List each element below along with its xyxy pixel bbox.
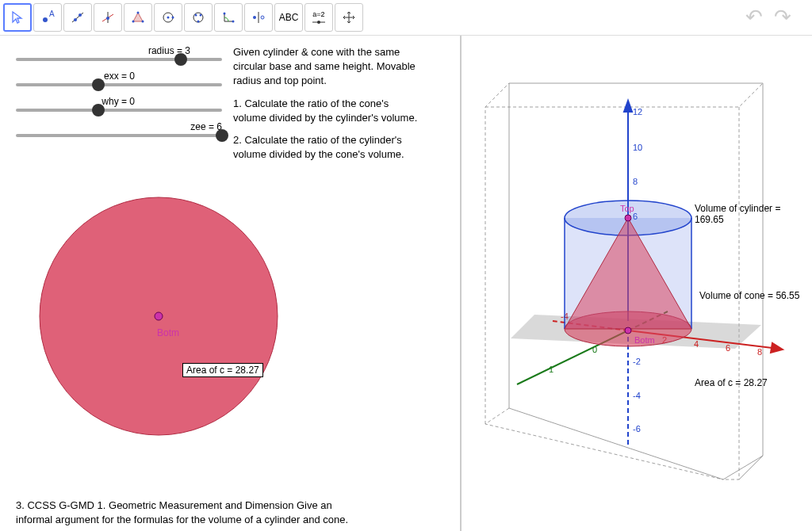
tool-ellipse[interactable] xyxy=(184,3,213,32)
svg-text:-6: -6 xyxy=(633,424,641,434)
circle-2d-view[interactable]: Botm Area of c = 28.27 xyxy=(16,193,444,449)
tool-line[interactable] xyxy=(63,3,92,32)
svg-text:A: A xyxy=(49,10,55,18)
svg-point-16 xyxy=(195,14,197,17)
instructions: Given cylinder & cone with the same circ… xyxy=(233,45,423,170)
svg-text:10: 10 xyxy=(633,143,642,152)
slider-why[interactable]: why = 0 xyxy=(16,96,222,112)
svg-point-3 xyxy=(74,18,77,21)
svg-point-14 xyxy=(172,17,174,19)
tool-move[interactable] xyxy=(335,3,363,32)
svg-text:-2: -2 xyxy=(633,357,641,366)
undo-redo-group: ↶ ↷ xyxy=(745,5,809,30)
svg-point-60 xyxy=(625,327,631,334)
svg-point-9 xyxy=(137,12,140,14)
sliders-group: radius = 3 exx = 0 why = 0 zee = 6 xyxy=(16,45,222,170)
toolbar: A ABC a=2 ↶ ↷ xyxy=(0,0,812,36)
tool-text[interactable]: ABC xyxy=(274,3,303,32)
svg-point-13 xyxy=(167,17,170,19)
svg-point-17 xyxy=(200,14,202,17)
svg-point-0 xyxy=(43,17,48,22)
bottom-note: 3. CCSS G-GMD 1. Geometric Measurement a… xyxy=(16,499,357,527)
svg-text:8: 8 xyxy=(633,177,638,186)
svg-line-2 xyxy=(72,13,83,22)
slider-why-label: why = 0 xyxy=(16,96,222,107)
tool-perpendicular[interactable] xyxy=(94,3,122,32)
left-panel: radius = 3 exx = 0 why = 0 zee = 6 Given xyxy=(0,36,462,531)
svg-point-4 xyxy=(79,13,82,17)
slider-zee[interactable]: zee = 6 xyxy=(16,121,222,137)
svg-point-58 xyxy=(625,215,631,221)
undo-button[interactable]: ↶ xyxy=(745,5,771,30)
svg-point-18 xyxy=(197,21,200,23)
question-2: 2. Calculate the ratio of the cylinder's… xyxy=(233,133,423,162)
svg-text:6: 6 xyxy=(726,343,730,353)
vol-cone-label[interactable]: Volume of cone = 56.55 xyxy=(696,289,802,302)
area-label-2d[interactable]: Area of c = 28.27 xyxy=(182,363,263,377)
slider-exx[interactable]: exx = 0 xyxy=(16,71,222,86)
botm-point-label: Botm xyxy=(157,327,179,338)
svg-marker-8 xyxy=(133,13,143,21)
intro-text: Given cylinder & cone with the same circ… xyxy=(233,45,423,89)
tool-reflect[interactable] xyxy=(244,3,273,32)
svg-text:-4: -4 xyxy=(633,391,641,400)
svg-text:Botm: Botm xyxy=(634,335,655,345)
question-1: 1. Calculate the ratio of the cone's vol… xyxy=(233,97,423,125)
svg-point-19 xyxy=(224,13,226,15)
svg-point-23 xyxy=(261,16,264,19)
svg-text:0: 0 xyxy=(592,345,597,354)
svg-point-27 xyxy=(155,312,163,320)
svg-marker-32 xyxy=(624,101,632,112)
svg-text:8: 8 xyxy=(757,347,762,357)
slider-zee-label: zee = 6 xyxy=(16,121,222,132)
svg-point-10 xyxy=(142,21,144,23)
svg-text:4: 4 xyxy=(694,339,699,349)
area-c-3d-label[interactable]: Area of c = 28.27 xyxy=(691,376,771,389)
redo-button[interactable]: ↷ xyxy=(774,5,799,30)
svg-point-20 xyxy=(232,21,235,23)
svg-marker-35 xyxy=(771,343,783,353)
tool-pointer[interactable] xyxy=(3,3,32,32)
svg-point-25 xyxy=(317,21,320,24)
svg-text:12: 12 xyxy=(633,107,642,117)
svg-text:1: 1 xyxy=(549,365,553,374)
tool-point[interactable]: A xyxy=(33,3,62,32)
3d-view[interactable]: 12 10 8 6 -2 -4 -6 -4 2 4 6 8 0 1 xyxy=(462,36,812,531)
svg-point-11 xyxy=(132,21,135,23)
slider-radius[interactable]: radius = 3 xyxy=(16,45,222,61)
slider-exx-label: exx = 0 xyxy=(16,71,222,82)
tool-angle[interactable] xyxy=(214,3,243,32)
tool-slider[interactable]: a=2 xyxy=(304,3,333,32)
slider-radius-label: radius = 3 xyxy=(16,45,222,56)
tool-circle[interactable] xyxy=(154,3,182,32)
tool-polygon[interactable] xyxy=(124,3,152,32)
svg-point-7 xyxy=(106,17,109,20)
svg-text:Top: Top xyxy=(620,204,634,213)
svg-point-22 xyxy=(253,16,256,19)
vol-cylinder-label[interactable]: Volume of cylinder = 169.65 xyxy=(691,202,812,226)
